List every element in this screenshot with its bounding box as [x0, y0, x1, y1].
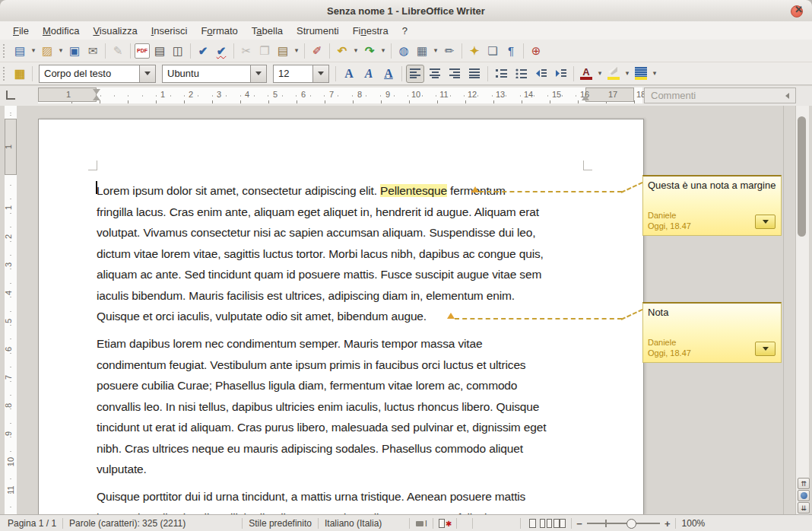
- hyperlink-icon[interactable]: ◍: [395, 43, 412, 59]
- multi-page-view-icon[interactable]: [539, 517, 553, 529]
- zoom-slider[interactable]: [587, 523, 660, 524]
- export-pdf-icon[interactable]: PDF: [135, 43, 150, 59]
- page-style-status[interactable]: Stile predefinito: [247, 518, 313, 529]
- highlight-color-button[interactable]: [605, 65, 622, 82]
- open-icon[interactable]: ▨: [39, 43, 56, 59]
- underline-button[interactable]: A: [379, 65, 398, 83]
- chevron-down-icon[interactable]: [139, 65, 155, 82]
- formatting-marks-icon[interactable]: ¶: [503, 43, 519, 59]
- paragraph[interactable]: Lorem ipsum dolor sit amet, consectetur …: [97, 180, 589, 327]
- toolbar-drag-handle[interactable]: [3, 44, 8, 58]
- margin-note[interactable]: Questa è una nota a margine Daniele Oggi…: [642, 175, 782, 236]
- auto-spellcheck-icon[interactable]: ✔: [213, 43, 230, 59]
- menu-item[interactable]: Finestra: [346, 23, 395, 39]
- print-preview-icon[interactable]: ◫: [170, 43, 186, 59]
- dropdown-arrow-icon[interactable]: ▾: [651, 65, 658, 82]
- help-icon[interactable]: ⊕: [528, 43, 544, 59]
- copy-icon[interactable]: ❐: [256, 43, 273, 59]
- language-status[interactable]: Italiano (Italia): [323, 518, 383, 529]
- font-size-value[interactable]: 12: [274, 65, 312, 82]
- chevron-down-icon[interactable]: [250, 65, 266, 82]
- dropdown-arrow-icon[interactable]: ▾: [379, 43, 387, 59]
- decrease-indent-button[interactable]: [531, 65, 550, 83]
- zoom-out-icon[interactable]: −: [576, 518, 582, 529]
- word-count-status[interactable]: Parole (caratteri): 325 (2211): [68, 518, 187, 529]
- save-icon[interactable]: ▣: [66, 43, 83, 59]
- bold-button[interactable]: A: [340, 65, 358, 83]
- comment-anchor-icon[interactable]: [471, 186, 479, 192]
- dropdown-arrow-icon[interactable]: ▾: [30, 43, 37, 59]
- email-icon[interactable]: ✉: [84, 43, 101, 59]
- menu-item[interactable]: Formato: [194, 23, 244, 39]
- next-page-button[interactable]: ⇊: [798, 502, 810, 514]
- font-size-combo[interactable]: 12: [273, 65, 329, 83]
- paragraph[interactable]: Quisque porttitor dui id urna tincidunt,…: [97, 486, 589, 514]
- align-center-button[interactable]: [426, 65, 444, 83]
- scrollbar-thumb[interactable]: [798, 116, 806, 237]
- comments-toggle-button[interactable]: Commenti: [644, 87, 796, 103]
- vertical-ruler[interactable]: 1 1234567891011: [5, 106, 17, 514]
- document-modified-icon[interactable]: ✱: [438, 517, 452, 529]
- align-left-button[interactable]: [406, 65, 424, 83]
- comment-highlighted-text[interactable]: Pellentesque: [380, 184, 447, 197]
- page-number-status[interactable]: Pagina 1 / 1: [6, 518, 58, 529]
- dropdown-arrow-icon[interactable]: ▾: [352, 43, 360, 59]
- print-icon[interactable]: ▤: [151, 43, 168, 59]
- note-text[interactable]: Nota: [648, 307, 776, 318]
- tab-stop-selector-icon[interactable]: [6, 91, 15, 100]
- text-area[interactable]: Lorem ipsum dolor sit amet, consectetur …: [97, 180, 589, 514]
- paragraph-style-combo[interactable]: Corpo del testo: [39, 65, 156, 83]
- redo-icon[interactable]: ↷: [361, 43, 378, 59]
- dropdown-arrow-icon[interactable]: ▾: [57, 43, 65, 59]
- dropdown-arrow-icon[interactable]: ▾: [293, 43, 300, 59]
- zoom-slider-handle[interactable]: [626, 519, 636, 529]
- left-indent-marker[interactable]: [93, 95, 100, 100]
- document-page[interactable]: Lorem ipsum dolor sit amet, consectetur …: [38, 119, 644, 514]
- horizontal-ruler[interactable]: 1 123456789101112131415161718: [38, 87, 642, 103]
- gallery-icon[interactable]: ❏: [484, 43, 501, 59]
- font-name-combo[interactable]: Ubuntu: [162, 65, 267, 83]
- paste-icon[interactable]: ▤: [274, 43, 291, 59]
- insert-mode-icon[interactable]: I: [414, 517, 428, 529]
- increase-indent-button[interactable]: [551, 65, 569, 83]
- close-document-icon[interactable]: ✕: [791, 2, 806, 17]
- bullet-list-button[interactable]: [512, 65, 530, 83]
- note-menu-button[interactable]: [755, 215, 776, 229]
- dropdown-arrow-icon[interactable]: ▾: [432, 43, 439, 59]
- menu-item[interactable]: Modifica: [36, 23, 86, 39]
- paragraph-background-button[interactable]: [633, 65, 649, 82]
- menu-item[interactable]: ?: [395, 23, 414, 39]
- zoom-in-icon[interactable]: +: [665, 518, 671, 529]
- note-menu-button[interactable]: [755, 342, 776, 356]
- paragraph[interactable]: Etiam dapibus lorem nec condimentum semp…: [97, 333, 589, 480]
- italic-button[interactable]: A: [360, 65, 378, 83]
- edit-mode-icon[interactable]: ✎: [109, 43, 126, 59]
- menu-item[interactable]: Strumenti: [290, 23, 346, 39]
- dropdown-arrow-icon[interactable]: ▾: [596, 65, 604, 82]
- menu-item[interactable]: Visualizza: [86, 23, 144, 39]
- paragraph-style-value[interactable]: Corpo del testo: [40, 65, 139, 82]
- menu-item[interactable]: Tabella: [245, 23, 290, 39]
- font-name-value[interactable]: Ubuntu: [163, 65, 250, 82]
- menu-item[interactable]: File: [6, 23, 36, 39]
- styles-panel-icon[interactable]: ▦: [11, 65, 28, 82]
- navigation-button[interactable]: [798, 490, 810, 501]
- zoom-level-status[interactable]: 100%: [680, 518, 707, 529]
- margin-note[interactable]: Nota Daniele Oggi, 18.47: [642, 302, 782, 363]
- book-view-icon[interactable]: [553, 517, 566, 529]
- note-text[interactable]: Questa è una nota a margine: [648, 180, 776, 191]
- navigator-icon[interactable]: ✦: [466, 43, 483, 59]
- clone-formatting-icon[interactable]: ✐: [309, 43, 325, 59]
- spellcheck-icon[interactable]: ✔: [195, 43, 211, 59]
- previous-page-button[interactable]: ⇈: [798, 478, 810, 489]
- align-justify-button[interactable]: [465, 65, 484, 83]
- cut-icon[interactable]: ✂: [238, 43, 255, 59]
- font-color-button[interactable]: A: [578, 65, 595, 82]
- draw-functions-icon[interactable]: ✏: [441, 43, 458, 59]
- insert-table-icon[interactable]: ▦: [414, 43, 430, 59]
- numbered-list-button[interactable]: [492, 65, 510, 83]
- comment-anchor-icon[interactable]: [447, 313, 455, 319]
- first-line-indent-marker[interactable]: [93, 89, 100, 94]
- undo-icon[interactable]: ↶: [334, 43, 350, 59]
- align-right-button[interactable]: [446, 65, 464, 83]
